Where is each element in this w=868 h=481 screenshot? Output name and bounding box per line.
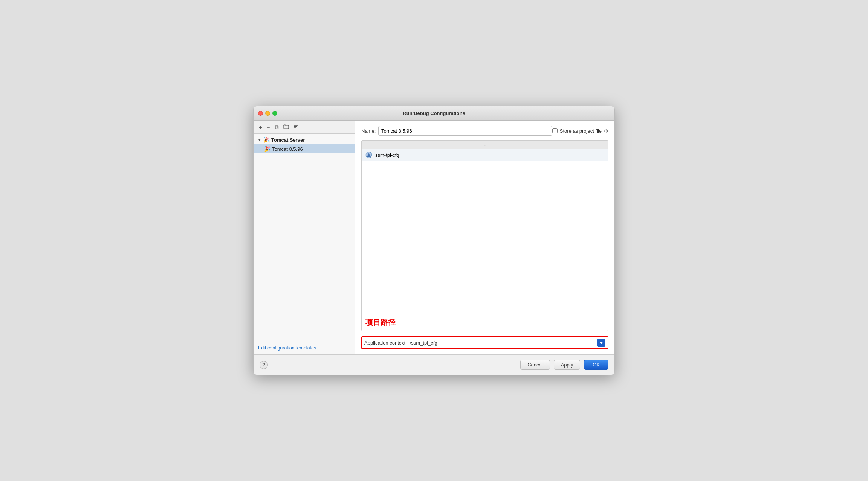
close-button[interactable] [258,111,263,116]
svg-marker-7 [599,342,603,344]
tomcat-server-group[interactable]: ▾ 🎉 Tomcat Server [254,135,355,144]
tomcat-item-icon: 🎉 [264,146,270,152]
sort-config-button[interactable] [292,123,301,131]
main-content: + − ⧉ [254,121,614,354]
maximize-button[interactable] [272,111,277,116]
store-project-label: Store as project file [560,128,602,134]
name-row: Name: Store as project file ⚙ [361,126,608,136]
remove-config-button[interactable]: − [265,123,272,131]
left-panel: + − ⧉ [254,121,355,354]
configuration-tree: ▾ 🎉 Tomcat Server 🎉 Tomcat 8.5.96 [254,134,355,342]
tomcat-group-label: Tomcat Server [271,137,305,143]
app-context-label: Application context: [364,340,407,346]
deployment-item[interactable]: ssm-tpl-cfg [362,149,608,161]
project-path-label: 项目路径 [362,315,608,331]
run-debug-configurations-window: Run/Debug Configurations + − ⧉ [253,106,615,375]
chevron-down-icon: ▾ [257,137,262,142]
svg-rect-1 [284,125,286,126]
action-buttons: Cancel Apply OK [520,360,608,370]
app-context-input[interactable] [410,340,594,346]
store-project-checkbox[interactable] [552,128,558,133]
deployment-empty-space [362,161,608,315]
deployment-item-icon [365,152,372,158]
title-bar: Run/Debug Configurations [254,106,614,121]
cancel-button[interactable]: Cancel [520,360,550,370]
folder-config-button[interactable] [282,123,290,131]
tomcat-item-label: Tomcat 8.5.96 [272,146,303,152]
right-panel: Name: Store as project file ⚙ - [355,121,614,354]
help-button[interactable]: ? [260,361,268,369]
configurations-toolbar: + − ⧉ [254,121,355,134]
application-context-row: Application context: [361,336,608,349]
add-config-button[interactable]: + [257,123,264,131]
traffic-lights [258,111,277,116]
window-title: Run/Debug Configurations [403,110,465,116]
name-input[interactable] [378,126,552,136]
gear-icon[interactable]: ⚙ [604,128,608,134]
minimize-button[interactable] [265,111,270,116]
tomcat-group-icon: 🎉 [263,137,269,143]
bottom-bar: ? Cancel Apply OK [254,354,614,375]
deployment-header: - [362,141,608,149]
app-context-dropdown-button[interactable] [597,339,605,347]
tomcat-config-item[interactable]: 🎉 Tomcat 8.5.96 [254,144,355,153]
apply-button[interactable]: Apply [554,360,581,370]
deployment-item-label: ssm-tpl-cfg [375,152,399,158]
edit-templates-link[interactable]: Edit configuration templates... [254,342,355,354]
store-project-row: Store as project file ⚙ [552,128,608,134]
deployment-panel: - ssm-tpl-cfg 项目路径 [361,140,608,331]
name-label: Name: [361,128,378,134]
copy-config-button[interactable]: ⧉ [273,123,280,131]
ok-button[interactable]: OK [584,360,608,370]
